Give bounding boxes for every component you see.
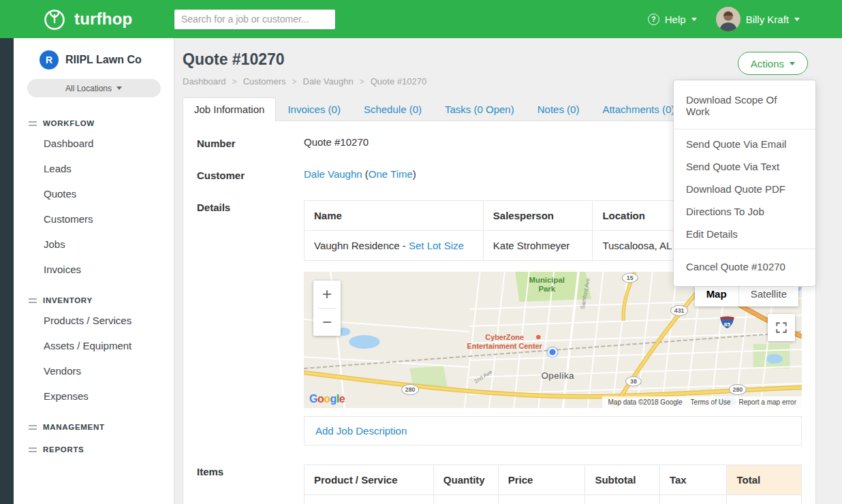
items-col-tax: Tax <box>659 465 727 495</box>
map-label-poi: Entertainment Center <box>467 342 542 350</box>
details-salesperson-cell: Kate Strohmeyer <box>483 231 593 261</box>
tab-attachments[interactable]: Attachments (0) <box>591 97 686 121</box>
items-col-subtotal: Subtotal <box>585 465 660 495</box>
svg-text:431: 431 <box>674 307 685 314</box>
map-data-credit: Map data ©2018 Google <box>608 398 682 406</box>
tab-job-information[interactable]: Job Information <box>183 97 276 121</box>
items-label: Items <box>197 464 304 504</box>
tab-tasks[interactable]: Tasks (0 Open) <box>433 97 526 121</box>
company-header[interactable]: R RIIPL Lawn Co <box>14 50 174 69</box>
map-marker <box>546 346 559 358</box>
tab-schedule[interactable]: Schedule (0) <box>352 97 433 121</box>
menu-item-download-scope-of-work[interactable]: Download Scope Of Work <box>674 86 815 125</box>
sidebar-rail <box>0 38 14 504</box>
details-label: Details <box>197 200 304 445</box>
breadcrumb-separator: > <box>292 77 296 86</box>
google-letter: o <box>317 393 324 405</box>
map[interactable]: Municipal Park CyberZone Entertainment C… <box>304 272 802 408</box>
items-header-row: Product / Service Quantity Price Subtota… <box>305 465 802 495</box>
chevron-down-icon <box>790 62 795 65</box>
locations-selector[interactable]: All Locations <box>27 79 161 97</box>
help-menu[interactable]: ? Help <box>648 14 697 25</box>
customer-type-link[interactable]: One Time <box>369 168 413 180</box>
details-col-name: Name <box>305 201 484 231</box>
nav-section-label: WORKFLOW <box>43 119 95 127</box>
items-cell <box>498 495 585 504</box>
company-badge: R <box>40 50 59 69</box>
sidebar-item-quotes[interactable]: Quotes <box>14 181 174 206</box>
actions-button-label: Actions <box>751 58 784 69</box>
actions-button[interactable]: Actions <box>738 52 808 75</box>
report-map-error-link[interactable]: Report a map error <box>739 398 796 406</box>
svg-text:38: 38 <box>630 378 637 385</box>
actions-dropdown-menu: Download Scope Of Work Send Quote Via Em… <box>673 80 816 287</box>
google-letter: o <box>324 393 330 405</box>
menu-item-download-quote-pdf[interactable]: Download Quote PDF <box>674 178 815 200</box>
sidebar-item-invoices[interactable]: Invoices <box>14 257 174 282</box>
chevron-down-icon <box>116 86 122 90</box>
breadcrumb-separator: > <box>232 77 237 86</box>
details-col-salesperson: Salesperson <box>483 201 593 231</box>
sidebar-item-vendors[interactable]: Vendors <box>14 358 174 383</box>
sidebar-item-leads[interactable]: Leads <box>14 156 174 181</box>
set-lot-size-link[interactable]: Set Lot Size <box>409 240 464 251</box>
terms-of-use-link[interactable]: Terms of Use <box>691 398 731 406</box>
zoom-in-button[interactable]: + <box>313 281 341 308</box>
sidebar: R RIIPL Lawn Co All Locations WORKFLOW D… <box>0 38 174 504</box>
zoom-out-button[interactable]: − <box>313 309 341 336</box>
customer-type-paren-close: ) <box>413 168 416 180</box>
property-name: Vaughn Residence - <box>314 240 409 251</box>
nav-section-label: INVENTORY <box>43 296 93 304</box>
svg-text:85: 85 <box>724 321 731 328</box>
section-dash-icon <box>29 298 37 303</box>
sidebar-item-customers[interactable]: Customers <box>14 206 174 232</box>
main-content: Quote #10270 Dashboard > Customers > Dal… <box>174 38 842 504</box>
items-col-total: Total <box>727 465 802 495</box>
tab-invoices[interactable]: Invoices (0) <box>276 97 352 121</box>
sidebar-item-dashboard[interactable]: Dashboard <box>14 131 174 156</box>
map-zoom-control: + − <box>313 281 341 336</box>
logo-text: turfhop <box>74 10 132 29</box>
sidebar-item-products-services[interactable]: Products / Services <box>14 308 174 333</box>
map-label-city: Opelika <box>541 371 574 381</box>
menu-item-edit-details[interactable]: Edit Details <box>674 223 815 245</box>
top-navbar: turfhop ? Help Billy Kraft <box>0 0 842 38</box>
menu-item-directions-to-job[interactable]: Directions To Job <box>674 200 815 223</box>
items-cell <box>433 495 498 504</box>
nav-section-management: MANAGEMENT <box>14 423 174 431</box>
customer-link[interactable]: Dale Vaughn <box>304 168 362 180</box>
map-label-poi: CyberZone <box>485 333 524 341</box>
breadcrumb-dashboard[interactable]: Dashboard <box>183 76 226 86</box>
breadcrumb-dale-vaughn[interactable]: Dale Vaughn <box>303 76 354 86</box>
menu-divider <box>674 249 815 249</box>
items-cell <box>305 495 434 504</box>
menu-item-send-quote-via-email[interactable]: Send Quote Via Email <box>674 133 815 155</box>
turfhop-logo[interactable]: turfhop <box>0 5 174 33</box>
job-description-box: Add Job Description <box>304 416 802 445</box>
menu-item-send-quote-via-text[interactable]: Send Quote Via Text <box>674 155 815 178</box>
google-letter: G <box>309 393 317 405</box>
svg-text:280: 280 <box>733 386 743 393</box>
nav-section-reports: REPORTS <box>14 445 174 454</box>
sidebar-item-expenses[interactable]: Expenses <box>14 383 174 409</box>
user-menu[interactable]: Billy Kraft <box>716 7 800 31</box>
sidebar-item-jobs[interactable]: Jobs <box>14 232 174 257</box>
items-table-row <box>305 495 802 504</box>
nav-section-workflow: WORKFLOW <box>14 119 174 127</box>
sidebar-item-assets-equipment[interactable]: Assets / Equipment <box>14 333 174 358</box>
nav-section-inventory: INVENTORY <box>14 296 174 304</box>
breadcrumb-customers[interactable]: Customers <box>243 76 286 86</box>
chevron-down-icon <box>794 18 800 21</box>
add-job-description-link[interactable]: Add Job Description <box>315 425 407 437</box>
items-cell <box>659 495 727 504</box>
breadcrumb-separator: > <box>360 77 364 86</box>
google-letter: g <box>330 393 337 405</box>
fullscreen-button[interactable] <box>768 314 795 341</box>
google-logo[interactable]: Google <box>309 393 345 405</box>
tab-notes[interactable]: Notes (0) <box>526 97 591 121</box>
section-dash-icon <box>29 447 37 452</box>
menu-item-cancel-quote[interactable]: Cancel Quote #10270 <box>674 253 815 281</box>
svg-text:280: 280 <box>405 386 416 393</box>
search-input[interactable] <box>174 9 336 30</box>
map-label-park: Park <box>538 285 555 293</box>
